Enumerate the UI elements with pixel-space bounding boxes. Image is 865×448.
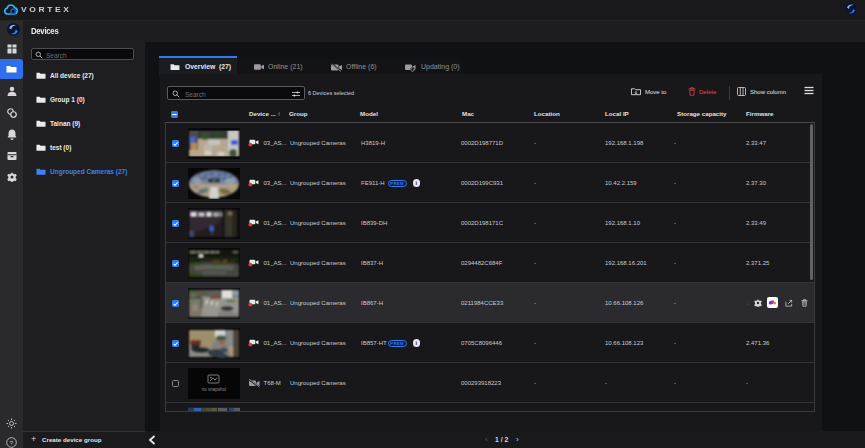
svg-text:?: ? bbox=[10, 440, 14, 446]
svg-text:no snapshot: no snapshot bbox=[202, 387, 227, 392]
